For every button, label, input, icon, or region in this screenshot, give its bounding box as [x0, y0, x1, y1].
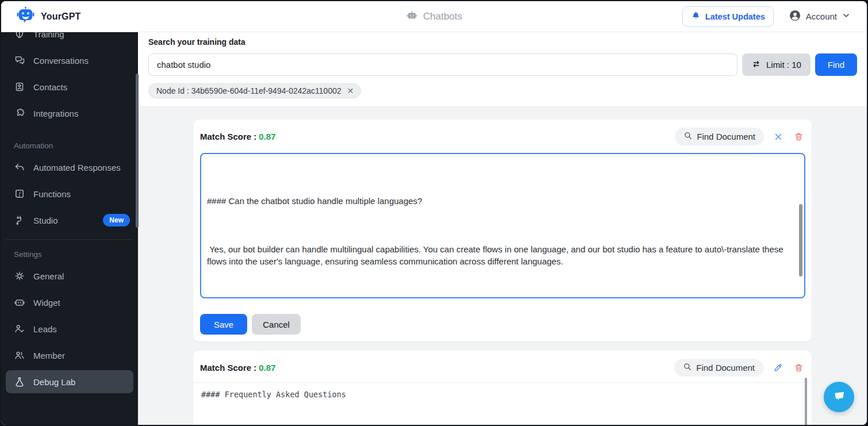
results-list: Match Score :0.87 Find Document: [138, 107, 867, 425]
sidebar-item-label: Member: [33, 351, 65, 360]
reply-arrow-icon: [14, 162, 25, 173]
contact-card-icon: [14, 81, 25, 93]
save-button[interactable]: Save: [200, 314, 247, 335]
person-check-icon: [14, 323, 25, 335]
match-score-value: 0.87: [259, 363, 275, 373]
chunk-content[interactable]: #### Frequently Asked Questions: [193, 383, 812, 425]
brand-name: YourGPT: [41, 11, 81, 22]
app-window: YourGPT Chatbots: [0, 0, 868, 426]
sidebar-item-conversations[interactable]: Conversations: [1, 47, 138, 74]
sidebar-item-label: General: [33, 271, 64, 281]
puzzle-icon: [14, 108, 25, 119]
find-document-button[interactable]: Find Document: [675, 128, 764, 145]
sidebar-item-label: Functions: [33, 189, 71, 199]
search-input[interactable]: [148, 53, 738, 76]
result-card: Match Score :0.87 Find Document: [193, 351, 812, 425]
latest-updates-button[interactable]: Latest Updates: [682, 6, 774, 27]
close-edit-button[interactable]: [773, 131, 784, 143]
delete-button[interactable]: [793, 362, 805, 374]
sidebar-item-leads[interactable]: Leads: [1, 316, 138, 342]
header-nav-chatbots[interactable]: Chatbots: [406, 9, 462, 24]
limit-button[interactable]: Limit : 10: [742, 53, 811, 76]
cancel-button[interactable]: Cancel: [252, 314, 301, 335]
search-label: Search your training data: [148, 37, 857, 47]
match-score-value: 0.87: [259, 132, 275, 141]
match-score: Match Score :0.87: [200, 132, 276, 141]
account-menu[interactable]: Account: [789, 9, 851, 24]
sidebar-divider: [6, 239, 133, 240]
sidebar-scrollbar[interactable]: [136, 74, 139, 228]
flask-icon: [14, 376, 25, 387]
chat-widget-launcher[interactable]: [824, 382, 854, 412]
sidebar-item-label: Debug Lab: [33, 377, 75, 387]
speech-bubble-icon: [832, 389, 847, 406]
page-title: Chatbots: [423, 11, 462, 22]
edit-button[interactable]: [772, 362, 784, 374]
find-document-label: Find Document: [696, 363, 755, 373]
chunk-edit-textarea[interactable]: #### Can the chatbot studio handle multi…: [200, 153, 805, 298]
sidebar-item-automated-responses[interactable]: Automated Responses: [1, 154, 138, 181]
studio-plug-icon: [14, 214, 25, 226]
brain-icon: [14, 32, 25, 40]
node-id-filter-label: Node Id : 34b6590e-604d-11ef-9494-0242ac…: [156, 86, 341, 95]
brand[interactable]: YourGPT: [1, 6, 174, 27]
textarea-scrollbar[interactable]: [799, 204, 802, 277]
find-document-button[interactable]: Find Document: [674, 359, 763, 377]
search-panel: Search your training data Limit : 10 Fin…: [138, 32, 867, 107]
sidebar-item-label: Leads: [33, 324, 57, 334]
robot-icon: [406, 9, 418, 24]
result-card: Match Score :0.87 Find Document: [193, 120, 812, 341]
sidebar-item-debug-lab-button[interactable]: Debug Lab: [6, 370, 133, 393]
find-document-label: Find Document: [697, 132, 755, 141]
sidebar-item-member[interactable]: Member: [1, 342, 138, 369]
node-id-filter-tag: Node Id : 34b6590e-604d-11ef-9494-0242ac…: [148, 83, 361, 98]
top-header: YourGPT Chatbots: [1, 1, 867, 32]
sidebar-item-label: Contacts: [33, 82, 67, 92]
sidebar-item-training[interactable]: Training: [1, 32, 138, 47]
sidebar-item-label: Training: [33, 32, 64, 39]
remove-tag-icon[interactable]: ✕: [347, 87, 354, 95]
svg-text:f: f: [19, 191, 21, 197]
yourgpt-logo-icon: [16, 6, 35, 27]
swap-arrows-icon: [751, 59, 761, 71]
sidebar-item-label: Automated Responses: [33, 163, 121, 172]
sidebar-item-widget[interactable]: Widget: [1, 289, 138, 316]
people-icon: [14, 350, 25, 361]
account-label: Account: [806, 11, 837, 21]
sidebar: Training Conversations: [1, 32, 138, 425]
sidebar-item-label: Studio: [33, 216, 58, 225]
function-icon: f: [14, 188, 25, 199]
limit-label: Limit : 10: [766, 60, 801, 70]
delete-button[interactable]: [793, 131, 805, 143]
main-content: Search your training data Limit : 10 Fin…: [138, 32, 867, 425]
chat-bubbles-icon: [14, 55, 25, 66]
search-icon: [683, 362, 692, 373]
avatar-icon: [789, 9, 801, 24]
sidebar-item-functions[interactable]: f Functions: [1, 181, 138, 207]
content-scrollbar[interactable]: [805, 378, 807, 425]
new-badge: New: [103, 214, 130, 227]
sidebar-section-automation: Automation: [1, 137, 138, 154]
find-button[interactable]: Find: [815, 53, 857, 76]
latest-updates-label: Latest Updates: [705, 12, 765, 21]
sidebar-section-settings: Settings: [1, 245, 138, 263]
sidebar-item-label: Conversations: [33, 56, 89, 66]
bell-icon: [691, 11, 701, 22]
search-icon: [683, 131, 693, 142]
sidebar-item-contacts[interactable]: Contacts: [1, 74, 138, 100]
sidebar-item-label: Integrations: [33, 109, 78, 118]
sidebar-item-debug-lab: Debug Lab: [1, 369, 138, 395]
sidebar-item-integrations[interactable]: Integrations: [1, 100, 138, 126]
widget-robot-icon: [14, 297, 25, 308]
sidebar-item-general[interactable]: General: [1, 263, 138, 289]
sidebar-item-studio[interactable]: Studio New: [1, 207, 138, 233]
chevron-down-icon: [842, 11, 851, 22]
match-score: Match Score :0.87: [200, 363, 276, 373]
sidebar-item-label: Widget: [33, 298, 60, 308]
gear-icon: [14, 270, 25, 282]
